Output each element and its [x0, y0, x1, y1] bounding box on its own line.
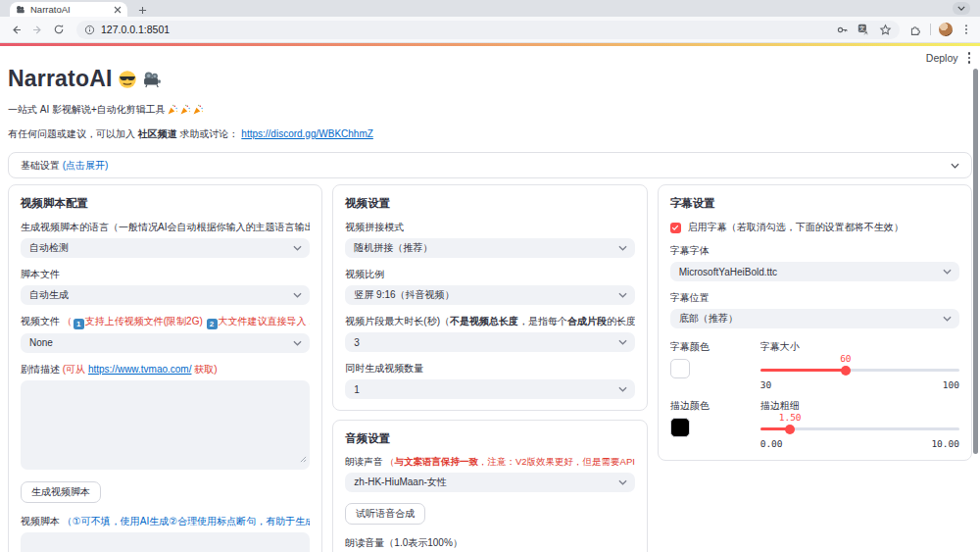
script-config-header: 视频脚本配置	[21, 196, 310, 211]
chevron-down-icon	[293, 292, 302, 298]
tab-close-icon[interactable]	[114, 6, 122, 14]
chevron-down-icon	[618, 386, 627, 392]
volume-label: 朗读音量（1.0表示100%）	[345, 536, 634, 550]
deploy-button[interactable]: Deploy	[926, 52, 958, 64]
projector-emoji	[142, 70, 162, 89]
subtitle-position-select[interactable]: 底部（推荐）	[670, 309, 959, 328]
subtitle-color-label: 字幕颜色	[670, 340, 747, 354]
concat-mode-label: 视频拼接模式	[345, 221, 634, 234]
chevron-down-icon	[951, 163, 959, 169]
enable-subtitle-row[interactable]: 启用字幕（若取消勾选，下面的设置都将不生效）	[670, 221, 959, 234]
chevron-down-icon	[293, 245, 302, 251]
profile-avatar[interactable]	[939, 23, 953, 36]
page-scrollbar[interactable]	[973, 69, 978, 454]
extensions-icon[interactable]	[909, 24, 922, 36]
narratoai-favicon	[16, 5, 25, 15]
party-emoji	[167, 104, 178, 116]
slider-min-label: 0.00	[760, 438, 783, 449]
video-count-select[interactable]: 1	[345, 379, 634, 399]
forward-icon[interactable]	[29, 22, 45, 37]
script-file-label: 脚本文件	[21, 268, 310, 281]
generate-script-button[interactable]: 生成视频脚本	[21, 481, 101, 503]
new-tab-button[interactable]	[135, 3, 149, 17]
sunglasses-emoji	[118, 70, 137, 89]
plot-description-textarea[interactable]	[21, 380, 310, 470]
subtitle-position-label: 字幕位置	[670, 291, 959, 305]
subtitle-size-slider[interactable]: 60	[760, 363, 959, 377]
subtitle-font-label: 字幕字体	[670, 244, 959, 258]
site-info-icon[interactable]	[84, 25, 95, 35]
stroke-color-label: 描边颜色	[670, 399, 747, 413]
subtitle-font-select[interactable]: MicrosoftYaHeiBold.ttc	[670, 262, 959, 281]
browser-tab[interactable]: NarratoAI	[10, 2, 127, 17]
slider-max-label: 10.00	[931, 438, 959, 449]
chevron-down-icon	[618, 292, 627, 298]
concat-mode-select[interactable]: 随机拼接（推荐）	[345, 238, 634, 258]
enable-subtitle-label: 启用字幕（若取消勾选，下面的设置都将不生效）	[688, 221, 904, 234]
video-file-label: 视频文件 （1支持上传视频文件(限制2G) 2大文件建议直接导入 ./resou…	[21, 315, 310, 329]
subtitle-size-label: 字幕大小	[760, 340, 959, 354]
translate-icon[interactable]: 文	[858, 24, 870, 36]
party-emoji	[179, 104, 191, 116]
script-language-select[interactable]: 自动检测	[21, 238, 310, 258]
chevron-down-icon	[618, 245, 627, 251]
back-icon[interactable]	[8, 22, 24, 37]
aspect-ratio-select[interactable]: 竖屏 9:16（抖音视频）	[345, 285, 634, 305]
browser-menu-icon[interactable]	[960, 24, 972, 35]
voice-label: 朗读声音 （与文案语言保持一致，注意：V2版效果更好，但是需要API KEY）	[345, 456, 634, 469]
browser-tab-strip: NarratoAI	[0, 0, 980, 17]
video-count-label: 同时生成视频数量	[345, 362, 634, 376]
clip-duration-select[interactable]: 3	[345, 332, 634, 352]
chevron-down-icon	[618, 339, 627, 345]
clip-duration-label: 视频片段最大时长(秒)（不是视频总长度，是指每个合成片段的长度）	[345, 315, 634, 328]
video-settings-header: 视频设置	[345, 196, 634, 211]
address-bar[interactable]: 127.0.0.1:8501 文	[76, 21, 900, 39]
app-subtitle: 一站式 AI 影视解说+自动化剪辑工具	[0, 92, 980, 117]
narratoai-app: Deploy NarratoAI 一站式 AI 影视解说+自动化剪辑工具 有任何…	[0, 43, 980, 552]
community-line: 有任何问题或建议，可以加入 社区频道 求助或讨论： https://discor…	[0, 117, 980, 141]
slider-max-label: 100	[943, 379, 959, 390]
expander-label: 基础设置 (点击展开)	[21, 159, 108, 173]
tab-search-chevron-icon[interactable]	[953, 2, 970, 15]
script-config-card: 视频脚本配置 生成视频脚本的语言（一般情况AI会自动根据你输入的主题语言输出） …	[8, 184, 322, 552]
page-title: NarratoAI	[0, 46, 980, 92]
voice-select[interactable]: zh-HK-HiuMaan-女性	[345, 473, 634, 492]
audio-settings-card: 音频设置 朗读声音 （与文案语言保持一致，注意：V2版效果更好，但是需要API …	[332, 420, 647, 552]
video-script-textarea[interactable]	[21, 532, 310, 552]
toolbar-divider	[930, 24, 931, 35]
video-script-label: 视频脚本 （①可不填，使用AI生成②合理使用标点断句，有助于生成字幕）	[21, 515, 310, 528]
chevron-down-icon	[943, 316, 952, 322]
bookmark-star-icon[interactable]	[879, 24, 892, 36]
video-file-select[interactable]: None	[21, 333, 310, 353]
chevron-down-icon	[293, 340, 302, 346]
subtitle-color-picker[interactable]	[670, 359, 690, 378]
subtitle-settings-header: 字幕设置	[670, 196, 959, 211]
browser-toolbar: 127.0.0.1:8501 文	[0, 17, 980, 43]
slider-thumb[interactable]	[785, 425, 795, 434]
tts-preview-button[interactable]: 试听语音合成	[345, 503, 425, 525]
enable-subtitle-checkbox[interactable]	[670, 223, 681, 233]
audio-settings-header: 音频设置	[345, 431, 634, 446]
resize-grip-icon[interactable]	[300, 449, 307, 467]
app-menu-icon[interactable]	[968, 52, 971, 64]
stroke-width-slider[interactable]: 1.50	[760, 422, 959, 436]
subtitle-settings-card: 字幕设置 启用字幕（若取消勾选，下面的设置都将不生效） 字幕字体 Microso…	[658, 184, 972, 461]
tab-title: NarratoAI	[30, 4, 109, 15]
video-settings-card: 视频设置 视频拼接模式 随机拼接（推荐） 视频比例 竖屏 9:16（抖音视频） …	[332, 184, 647, 411]
stroke-color-picker[interactable]	[670, 418, 690, 437]
basic-settings-expander[interactable]: 基础设置 (点击展开)	[8, 152, 972, 178]
slider-min-label: 30	[760, 379, 771, 390]
slider-thumb[interactable]	[841, 366, 851, 376]
reload-icon[interactable]	[51, 22, 67, 37]
party-emoji	[192, 104, 204, 116]
password-key-icon[interactable]	[836, 24, 849, 36]
chevron-down-icon	[943, 269, 952, 275]
chevron-down-icon	[618, 479, 627, 485]
stroke-width-label: 描边粗细	[760, 399, 959, 413]
url-text[interactable]: 127.0.0.1:8501	[101, 24, 830, 35]
plot-description-label: 剧情描述 (可从 https://www.tvmao.com/ 获取)	[21, 363, 310, 376]
script-file-select[interactable]: 自动生成	[21, 285, 310, 305]
svg-text:文: 文	[859, 25, 865, 31]
script-language-label: 生成视频脚本的语言（一般情况AI会自动根据你输入的主题语言输出）	[21, 221, 310, 234]
aspect-ratio-label: 视频比例	[345, 268, 634, 281]
